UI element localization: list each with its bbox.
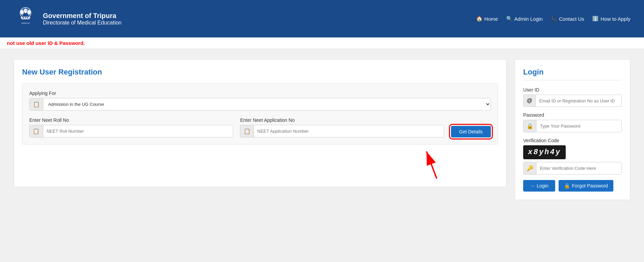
password-input[interactable] — [536, 121, 622, 131]
admin-login-link[interactable]: 🔍 Admin Login — [506, 16, 543, 22]
svg-line-12 — [426, 151, 437, 179]
captcha-image: x8yh4y — [523, 145, 566, 159]
verification-label: Verification Code — [523, 138, 622, 143]
lock-icon: 🔒 — [524, 120, 536, 132]
applying-for-select[interactable]: Admission in the UG Course — [43, 99, 490, 110]
how-to-apply-link[interactable]: ℹ️ How to Apply — [592, 16, 630, 22]
login-title: Login — [523, 68, 622, 80]
verification-input[interactable] — [536, 163, 622, 174]
warning-bar: not use old user ID & Password. — [0, 37, 644, 49]
email-icon: @ — [524, 95, 536, 107]
org-name-2: Directorate of Medical Education — [43, 20, 122, 26]
neet-app-field: Enter Neet Application No 📋 — [240, 117, 444, 137]
verification-input-wrapper: 🔑 — [523, 162, 622, 175]
neet-roll-input[interactable] — [43, 126, 233, 136]
org-name-1: Government of Tripura — [43, 12, 122, 20]
login-buttons: → Login 🔒 Forgot Password — [523, 180, 622, 192]
emblem-icon: सत्यमेव जयते — [14, 5, 37, 32]
verification-field: Verification Code x8yh4y 🔑 — [523, 138, 622, 175]
password-field: Password 🔒 — [523, 112, 622, 132]
password-input-wrapper: 🔒 — [523, 120, 622, 132]
svg-point-8 — [25, 17, 26, 18]
main-nav: 🏠 Home 🔍 Admin Login 📞 Contact Us ℹ️ How… — [476, 16, 630, 22]
home-link[interactable]: 🏠 Home — [476, 16, 498, 22]
login-button[interactable]: → Login — [523, 180, 555, 192]
neet-roll-field: Enter Neet Roll No 📋 — [29, 117, 233, 137]
annotation-arrow-container — [22, 145, 498, 179]
warning-text: not use old user ID & Password. — [7, 40, 85, 46]
svg-point-3 — [27, 10, 31, 15]
main-content: New User Registration Applying For 📋 Adm… — [0, 49, 644, 210]
header-brand: सत्यमेव जयते Government of Tripura Direc… — [14, 5, 122, 32]
neet-app-input-wrapper: 📋 — [240, 125, 444, 137]
neet-app-input[interactable] — [254, 126, 444, 136]
applying-for-row: Applying For 📋 Admission in the UG Cours… — [29, 91, 491, 111]
registration-panel: New User Registration Applying For 📋 Adm… — [14, 59, 506, 187]
svg-text:सत्यमेव जयते: सत्यमेव जयते — [21, 22, 29, 24]
select-icon: 📋 — [30, 98, 43, 110]
header-title-block: Government of Tripura Directorate of Med… — [43, 12, 122, 26]
neet-app-label: Enter Neet Application No — [240, 117, 444, 123]
svg-point-2 — [20, 10, 24, 15]
neet-row: Enter Neet Roll No 📋 Enter Neet Applicat… — [29, 117, 491, 137]
key-icon: 🔑 — [524, 162, 536, 174]
user-id-input-wrapper: @ — [523, 95, 622, 107]
applying-for-label: Applying For — [29, 91, 491, 96]
registration-form: Applying For 📋 Admission in the UG Cours… — [22, 83, 498, 145]
forgot-lock-icon: 🔒 — [564, 183, 570, 189]
svg-point-4 — [24, 9, 27, 13]
password-label: Password — [523, 112, 622, 118]
info-icon: ℹ️ — [592, 16, 599, 22]
user-id-input[interactable] — [536, 96, 622, 106]
login-panel: Login User ID @ Password 🔒 Verification … — [515, 59, 630, 200]
forgot-password-button[interactable]: 🔒 Forgot Password — [559, 180, 613, 192]
login-arrow-icon: → — [530, 183, 535, 189]
red-arrow-icon — [416, 145, 444, 179]
phone-icon: 📞 — [551, 16, 557, 22]
get-details-button[interactable]: Get Details — [451, 126, 491, 137]
search-icon: 🔍 — [506, 16, 513, 22]
neet-app-icon: 📋 — [240, 125, 254, 137]
applying-for-select-wrapper: 📋 Admission in the UG Course — [29, 98, 491, 111]
svg-point-7 — [23, 17, 24, 18]
neet-roll-label: Enter Neet Roll No — [29, 117, 233, 123]
neet-roll-input-wrapper: 📋 — [29, 125, 233, 137]
home-icon: 🏠 — [476, 16, 483, 22]
user-id-field: User ID @ — [523, 87, 622, 107]
page-header: सत्यमेव जयते Government of Tripura Direc… — [0, 0, 644, 37]
contact-us-link[interactable]: 📞 Contact Us — [551, 16, 584, 22]
svg-rect-6 — [21, 18, 30, 19]
svg-point-9 — [27, 17, 28, 18]
neet-roll-icon: 📋 — [30, 125, 43, 137]
registration-title: New User Registration — [22, 68, 498, 77]
user-id-label: User ID — [523, 87, 622, 93]
